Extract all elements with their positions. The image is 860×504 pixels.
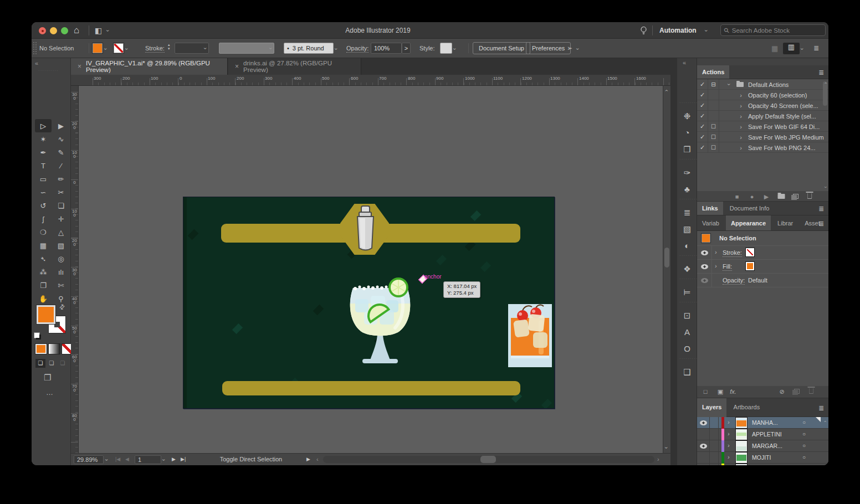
new-set-folder-icon[interactable] — [778, 193, 785, 200]
opacity-row-label[interactable]: Opacity: — [723, 277, 745, 285]
draw-normal-mode-button[interactable]: ❏ — [35, 359, 45, 368]
layer-row[interactable]: › MOJITI ○ — [697, 452, 828, 464]
color-guide-panel-icon[interactable]: ◔ — [677, 128, 697, 137]
expand-chevron-icon[interactable]: › — [724, 82, 734, 88]
tab-actions[interactable]: Actions — [697, 65, 729, 79]
cube-panel-icon[interactable]: ❒ — [677, 145, 697, 155]
screen-mode-icon[interactable]: ❐ — [44, 373, 51, 383]
align-panel-icon[interactable]: ⊨ — [677, 287, 697, 297]
tab-layers[interactable]: Layers — [697, 398, 726, 417]
stroke-row-label[interactable]: Stroke: — [723, 249, 742, 257]
scroll-down-icon[interactable]: › — [663, 447, 669, 449]
action-row[interactable]: ✓ › Opacity 40 Screen (sele... — [697, 100, 828, 111]
home-icon[interactable]: ⌂ — [74, 25, 79, 36]
links-menu-icon[interactable]: ≣ — [818, 205, 824, 213]
magic-wand-tool[interactable]: ✶ — [35, 132, 52, 146]
action-row[interactable]: ✓ ☐ › Save For Web PNG 24... — [697, 142, 828, 153]
action-check[interactable]: ✓ — [697, 90, 708, 100]
chevron-down-icon[interactable]: › — [575, 48, 581, 50]
visibility-eye-icon[interactable] — [701, 278, 708, 283]
draw-behind-mode-button[interactable]: ❏ — [47, 359, 57, 368]
width-profile-dropdown[interactable]: › — [219, 43, 274, 54]
layers-stack-panel-icon[interactable]: ❑ — [677, 367, 697, 377]
action-row[interactable]: ✓ ☐ › Save For Web GIF 64 Di... — [697, 121, 828, 132]
delete-item-icon[interactable] — [809, 388, 814, 395]
layer-name[interactable]: MANHA... — [752, 419, 778, 426]
perspective-grid-tool[interactable]: △ — [53, 225, 69, 239]
chevron-down-icon[interactable]: › — [105, 30, 111, 32]
action-dialog-toggle[interactable]: ☐ — [708, 121, 719, 132]
fill-color-well[interactable] — [37, 305, 55, 324]
layer-target-icon[interactable]: ○ — [802, 431, 806, 437]
action-dialog-toggle[interactable] — [708, 111, 719, 121]
chevron-down-icon[interactable]: › — [703, 30, 709, 32]
action-dialog-toggle[interactable] — [708, 100, 719, 111]
tab-variables[interactable]: Variab — [697, 215, 724, 230]
expand-chevron-icon[interactable]: › — [728, 430, 730, 437]
scroll-down-icon[interactable]: › — [823, 187, 828, 188]
paintbrush-tool[interactable]: ✏ — [53, 172, 69, 186]
tab-drinks[interactable]: × drinks.ai @ 27.82% (RGB/GPU Preview) — [228, 58, 361, 75]
scroll-right-icon[interactable]: › — [657, 456, 659, 462]
tab-libraries[interactable]: Librar — [772, 215, 798, 230]
selection-tool[interactable]: ▷ — [35, 119, 52, 132]
minimize-window-button[interactable] — [50, 27, 57, 34]
bottom-banner-bar[interactable] — [222, 381, 520, 395]
layer-name[interactable]: MOJITI — [752, 454, 771, 461]
workspace-switcher-icon[interactable]: ◧ — [95, 26, 102, 35]
new-fill-icon[interactable]: ▣ — [718, 388, 723, 395]
last-artboard-icon[interactable]: ▶| — [181, 456, 186, 462]
transparency-panel-icon[interactable]: ◐ — [677, 241, 697, 250]
action-dialog-toggle[interactable] — [708, 90, 719, 100]
layer-target-icon[interactable]: ○ — [802, 454, 806, 460]
tab-appearance[interactable]: Appearance — [726, 215, 771, 230]
rotate-tool[interactable]: ↺ — [35, 199, 52, 212]
margarita-glass-graphic[interactable] — [345, 271, 415, 366]
workspace-menu[interactable]: Automation — [659, 27, 697, 34]
direct-selection-tool[interactable]: ▶ — [53, 119, 69, 132]
chevron-down-icon[interactable]: › — [799, 48, 805, 50]
brushes-panel-icon[interactable]: ✑ — [677, 168, 697, 178]
zoom-chevron-icon[interactable]: › — [104, 459, 110, 461]
cocktail-shaker-graphic[interactable] — [352, 205, 378, 253]
action-check[interactable]: ✓ — [697, 121, 708, 132]
appearance-fill-row[interactable]: › Fill: — [697, 260, 828, 274]
horizontal-scrollbar[interactable] — [323, 456, 654, 463]
whiskey-glass-graphic[interactable] — [508, 304, 552, 368]
action-row[interactable]: ✓ › Apply Default Style (sel... — [697, 111, 828, 121]
opacity-field[interactable]: 100% — [371, 43, 402, 54]
expand-chevron-icon[interactable]: › — [738, 121, 744, 132]
visibility-eye-icon[interactable] — [701, 250, 708, 255]
zoom-level-field[interactable]: 29.89% — [74, 455, 104, 464]
line-segment-tool[interactable]: ∕ — [53, 159, 69, 172]
duplicate-item-icon[interactable] — [794, 388, 800, 395]
action-dialog-toggle[interactable]: ☐ — [708, 132, 719, 142]
expand-chevron-icon[interactable]: › — [738, 90, 744, 100]
close-tab-icon[interactable]: × — [78, 63, 81, 70]
adobe-stock-search[interactable]: ⚲ Search Adobe Stock — [720, 24, 826, 36]
shape-builder-tool[interactable]: ❍ — [35, 225, 52, 239]
appearance-stroke-row[interactable]: › Stroke: — [697, 246, 828, 260]
layer-name[interactable]: APPLETINI — [752, 431, 782, 438]
actions-menu-icon[interactable]: ≣ — [818, 69, 824, 76]
lightbulb-icon[interactable] — [640, 26, 647, 35]
layer-thumbnail[interactable] — [736, 452, 747, 463]
layer-thumbnail[interactable] — [736, 441, 747, 451]
appearance-menu-icon[interactable]: ≣ — [818, 220, 824, 228]
previous-artboard-icon[interactable]: ◀ — [125, 456, 129, 462]
scroll-left-icon[interactable]: ‹ — [316, 456, 319, 462]
stroke-stepper[interactable]: ▴▾ — [168, 43, 170, 50]
select-similar-icon[interactable]: ➢ — [567, 44, 572, 52]
scroll-up-icon[interactable]: › — [663, 90, 669, 91]
document-layout-menu-icon[interactable]: ≣ — [813, 44, 819, 52]
new-effect-icon[interactable]: fx. — [730, 388, 736, 395]
default-fill-stroke-icon[interactable] — [34, 333, 39, 338]
style-dropdown[interactable] — [440, 43, 452, 54]
action-check[interactable]: ✓ — [697, 132, 708, 142]
visibility-eye-icon[interactable] — [701, 264, 708, 269]
first-artboard-icon[interactable]: |◀ — [115, 456, 120, 462]
gradient-tool[interactable]: ▧ — [53, 239, 69, 252]
type-tool[interactable]: T — [35, 159, 52, 172]
column-graph-tool[interactable]: ılı — [53, 265, 69, 279]
mesh-tool[interactable]: ▦ — [35, 239, 52, 252]
